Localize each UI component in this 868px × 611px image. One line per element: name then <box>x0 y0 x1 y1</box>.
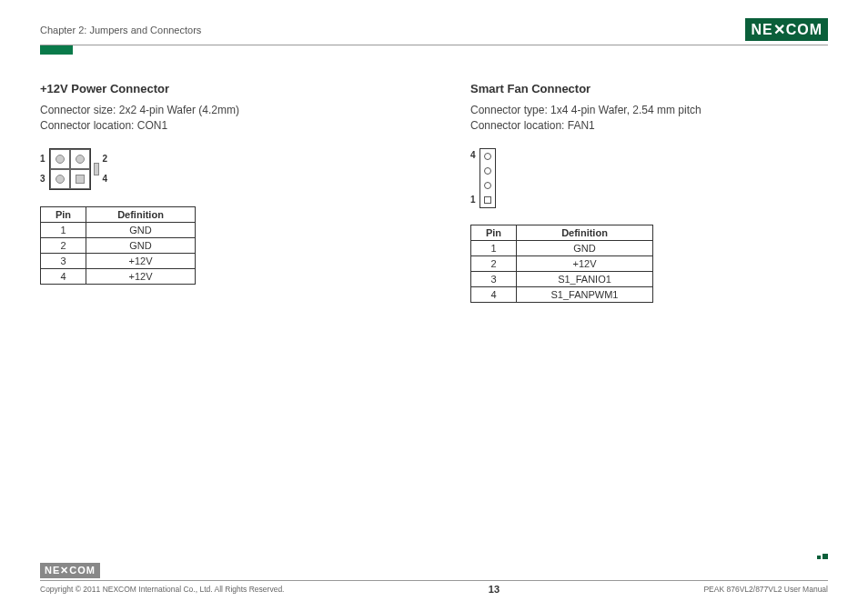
footer-nexcom-logo: NE✕COM <box>40 563 100 578</box>
cell-pin: 2 <box>41 237 86 253</box>
pin-icon <box>76 155 85 164</box>
pin-icon <box>484 153 491 160</box>
cell-pin: 3 <box>471 271 517 286</box>
cell-def: +12V <box>86 253 196 268</box>
fan-pin-table: Pin Definition 1GND 2+12V 3S1_FANIO1 4S1… <box>470 225 653 303</box>
table-header-definition: Definition <box>517 225 653 240</box>
chapter-title: Chapter 2: Jumpers and Connectors <box>40 25 201 35</box>
pin-cell <box>50 169 70 189</box>
diagram-labels-right: 2 4 <box>103 149 108 189</box>
cell-pin: 3 <box>41 253 86 268</box>
power-connector-title: +12V Power Connector <box>40 82 398 95</box>
table-row: 3+12V <box>41 253 196 268</box>
table-row: 2GND <box>41 237 196 253</box>
fan-connector-title: Smart Fan Connector <box>470 82 828 95</box>
pin-cell <box>70 169 90 189</box>
page-footer: NE✕COM Copyright © 2011 NEXCOM Internati… <box>40 563 828 595</box>
power-connector-diagram: 1 3 2 4 <box>40 148 398 190</box>
connector-notch-icon <box>94 163 99 175</box>
pin-label-1: 1 <box>40 154 45 164</box>
pin-label-4: 4 <box>470 150 476 160</box>
cell-def: GND <box>517 240 653 255</box>
fan-connector-section: Smart Fan Connector Connector type: 1x4 … <box>470 82 828 303</box>
power-connector-section: +12V Power Connector Connector size: 2x2… <box>40 82 398 303</box>
cell-def: GND <box>86 237 196 253</box>
table-row: 3S1_FANIO1 <box>471 271 653 286</box>
pin-label-3: 3 <box>40 174 45 184</box>
table-row: 4+12V <box>41 268 196 284</box>
pin-label-2: 2 <box>103 154 108 164</box>
power-location-line: Connector location: CON1 <box>40 118 398 134</box>
pin-label-4: 4 <box>103 174 108 184</box>
cell-pin: 1 <box>41 222 86 237</box>
table-row: 1GND <box>41 222 196 237</box>
table-row: 1GND <box>471 240 653 255</box>
cell-pin: 2 <box>471 255 517 271</box>
footer-info-line: Copyright © 2011 NEXCOM International Co… <box>40 580 828 595</box>
cell-def: +12V <box>86 268 196 284</box>
pin-cell <box>50 149 70 169</box>
power-connector-desc: Connector size: 2x2 4-pin Wafer (4.2mm) … <box>40 103 398 134</box>
header-accent-tab <box>40 45 73 55</box>
pin-cell <box>70 149 90 169</box>
manual-name: PEAK 876VL2/877VL2 User Manual <box>703 585 828 594</box>
fan-connector-diagram: 4 1 <box>470 148 828 208</box>
footer-decoration-icon <box>817 554 828 559</box>
nexcom-logo: NE✕COM <box>745 18 828 41</box>
diagram-labels-1x4: 4 1 <box>470 148 476 206</box>
pin-icon-keyed <box>484 196 491 204</box>
pin-icon <box>484 182 491 189</box>
table-header-definition: Definition <box>86 206 196 222</box>
content-area: +12V Power Connector Connector size: 2x2… <box>40 82 828 303</box>
connector-1x4-column <box>479 148 496 208</box>
copyright-text: Copyright © 2011 NEXCOM International Co… <box>40 585 284 594</box>
pin-cell <box>480 149 495 164</box>
diagram-labels-left: 1 3 <box>40 149 45 189</box>
connector-2x2-grid <box>49 148 91 190</box>
pin-label-1: 1 <box>470 195 476 205</box>
cell-pin: 4 <box>471 286 517 302</box>
table-header-pin: Pin <box>41 206 86 222</box>
power-size-line: Connector size: 2x2 4-pin Wafer (4.2mm) <box>40 103 398 118</box>
cell-pin: 4 <box>41 268 86 284</box>
table-row: 4S1_FANPWM1 <box>471 286 653 302</box>
pin-icon <box>56 175 65 184</box>
pin-cell <box>480 178 495 193</box>
cell-def: +12V <box>517 255 653 271</box>
fan-location-line: Connector location: FAN1 <box>470 118 828 134</box>
cell-def: GND <box>86 222 196 237</box>
pin-icon <box>56 155 65 164</box>
fan-type-line: Connector type: 1x4 4-pin Wafer, 2.54 mm… <box>470 103 828 118</box>
power-pin-table: Pin Definition 1GND 2GND 3+12V 4+12V <box>40 206 196 285</box>
table-row: 2+12V <box>471 255 653 271</box>
pin-icon <box>484 167 491 175</box>
table-header-pin: Pin <box>471 225 517 240</box>
fan-connector-desc: Connector type: 1x4 4-pin Wafer, 2.54 mm… <box>470 103 828 134</box>
cell-pin: 1 <box>471 240 517 255</box>
pin-cell <box>480 193 495 207</box>
page-number: 13 <box>489 584 500 595</box>
cell-def: S1_FANIO1 <box>517 271 653 286</box>
pin-icon-keyed <box>76 175 85 184</box>
page-header: Chapter 2: Jumpers and Connectors NE✕COM <box>40 18 828 45</box>
cell-def: S1_FANPWM1 <box>517 286 653 302</box>
pin-cell <box>480 164 495 178</box>
